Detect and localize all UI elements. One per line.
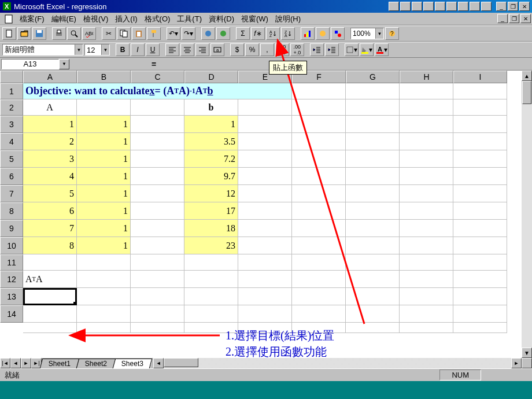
cell[interactable] <box>453 305 507 323</box>
maximize-button[interactable]: ❐ <box>508 2 518 11</box>
cell[interactable] <box>238 99 292 116</box>
cell[interactable] <box>346 202 400 220</box>
cell[interactable] <box>238 185 292 202</box>
cell[interactable] <box>346 83 400 99</box>
copy-button[interactable] <box>117 27 131 40</box>
cell[interactable] <box>238 133 292 150</box>
col-header[interactable]: C <box>131 71 184 83</box>
row-header[interactable]: 6 <box>0 168 23 185</box>
cell[interactable] <box>453 185 507 202</box>
align-center-button[interactable] <box>180 43 194 56</box>
dropdown-arrow-icon[interactable]: ▼ <box>75 45 83 55</box>
cell[interactable] <box>346 254 400 271</box>
cell[interactable]: Objective: want to calculate x = (ATA)-1… <box>23 83 292 99</box>
help-button[interactable]: ? <box>385 27 399 40</box>
col-header[interactable]: D <box>184 71 238 83</box>
cell[interactable]: 1 <box>77 185 131 202</box>
cell[interactable]: 1 <box>77 237 131 254</box>
scroll-down-button[interactable]: ▼ <box>522 348 532 358</box>
col-header[interactable]: H <box>400 71 453 83</box>
scroll-thumb[interactable] <box>522 81 531 104</box>
row-header[interactable]: 12 <box>0 271 23 288</box>
cell[interactable] <box>346 99 400 116</box>
cell[interactable] <box>400 202 453 220</box>
mdi-restore-button[interactable]: ❐ <box>509 14 519 23</box>
preview-button[interactable] <box>67 27 81 40</box>
cell[interactable] <box>346 220 400 237</box>
cell[interactable]: 2 <box>23 133 77 150</box>
tab-first-button[interactable]: |◄ <box>0 358 10 368</box>
cell[interactable] <box>453 150 507 168</box>
cell[interactable]: 12 <box>184 185 238 202</box>
tray-icon[interactable] <box>446 2 457 11</box>
row-header[interactable]: 11 <box>0 254 23 271</box>
cell[interactable]: ATA <box>23 271 77 288</box>
align-right-button[interactable] <box>195 43 209 56</box>
cell[interactable] <box>292 83 346 99</box>
cell[interactable] <box>400 305 453 323</box>
cell[interactable] <box>453 133 507 150</box>
currency-button[interactable]: $ <box>230 43 244 56</box>
cell[interactable]: 1 <box>77 220 131 237</box>
cell[interactable]: 3.5 <box>184 133 238 150</box>
cell[interactable] <box>131 271 184 288</box>
cell[interactable] <box>400 83 453 99</box>
chart-button[interactable] <box>301 27 315 40</box>
menu-edit[interactable]: 編輯(E) <box>48 13 80 25</box>
cell[interactable] <box>131 168 184 185</box>
cell[interactable] <box>131 237 184 254</box>
decrease-decimal-button[interactable]: .00+.0 <box>290 43 304 56</box>
col-header[interactable]: A <box>23 71 77 83</box>
tray-icon[interactable] <box>458 2 468 11</box>
cell[interactable] <box>292 202 346 220</box>
scroll-left-button[interactable]: ◄ <box>153 358 164 368</box>
open-button[interactable] <box>17 27 31 40</box>
minimize-button[interactable]: _ <box>496 2 507 11</box>
cell[interactable]: 17 <box>184 202 238 220</box>
menu-data[interactable]: 資料(D) <box>205 13 238 25</box>
zoom-combo[interactable]: 100%▼ <box>350 28 384 39</box>
select-all-corner[interactable] <box>0 71 23 83</box>
underline-button[interactable]: U <box>146 43 160 56</box>
cell[interactable] <box>453 202 507 220</box>
cell[interactable] <box>346 237 400 254</box>
print-button[interactable] <box>52 27 66 40</box>
save-button[interactable] <box>32 27 46 40</box>
cell[interactable] <box>400 185 453 202</box>
mdi-minimize-button[interactable]: _ <box>497 14 508 23</box>
cell[interactable] <box>238 288 292 305</box>
cell[interactable] <box>346 271 400 288</box>
cell[interactable] <box>346 168 400 185</box>
merge-center-button[interactable]: a <box>210 43 224 56</box>
selected-cell[interactable] <box>23 288 77 305</box>
cell[interactable] <box>131 220 184 237</box>
autosum-button[interactable]: Σ <box>236 27 250 40</box>
comma-button[interactable]: , <box>260 43 274 56</box>
cell[interactable] <box>453 271 507 288</box>
cell[interactable] <box>292 288 346 305</box>
vertical-scrollbar[interactable]: ▲ ▼ <box>522 71 532 358</box>
cell[interactable] <box>292 237 346 254</box>
cell[interactable] <box>238 254 292 271</box>
function-button[interactable]: f∗ <box>251 27 265 40</box>
cell[interactable] <box>400 99 453 116</box>
tray-icon[interactable] <box>423 2 434 11</box>
cell[interactable] <box>77 305 131 323</box>
cell[interactable] <box>131 99 184 116</box>
tray-icon[interactable] <box>400 2 411 11</box>
cell[interactable]: 18 <box>184 220 238 237</box>
row-header[interactable]: 8 <box>0 202 23 220</box>
cell[interactable] <box>238 116 292 133</box>
cell[interactable] <box>346 185 400 202</box>
cell[interactable] <box>346 323 400 333</box>
fill-handle[interactable] <box>73 302 77 305</box>
cell[interactable]: 1 <box>77 133 131 150</box>
decrease-indent-button[interactable] <box>310 43 324 56</box>
cell[interactable]: 1 <box>77 202 131 220</box>
cell[interactable]: 1 <box>77 116 131 133</box>
cell[interactable]: A <box>23 99 77 116</box>
cell[interactable] <box>23 254 77 271</box>
cell[interactable] <box>184 305 238 323</box>
increase-indent-button[interactable] <box>325 43 339 56</box>
cell[interactable] <box>346 305 400 323</box>
